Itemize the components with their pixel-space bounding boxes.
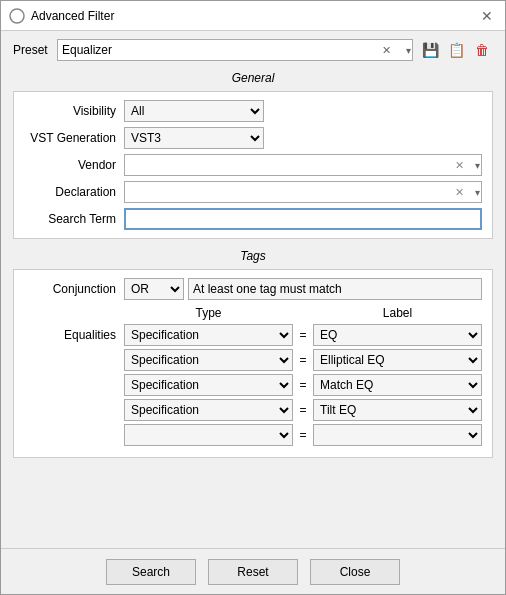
eq-type-select-3[interactable]: Specification Category: [124, 374, 293, 396]
vendor-dropdown-button[interactable]: ▾: [475, 160, 480, 171]
eq-equals-2: =: [293, 353, 313, 367]
preset-input[interactable]: [57, 39, 413, 61]
eq-type-select-4[interactable]: Specification Category: [124, 399, 293, 421]
declaration-dropdown-button[interactable]: ▾: [475, 187, 480, 198]
vendor-row: Vendor ✕ ▾: [24, 154, 482, 176]
preset-dropdown-button[interactable]: ▾: [406, 45, 411, 56]
footer: Search Reset Close: [1, 548, 505, 594]
eq-type-select-5[interactable]: Specification: [124, 424, 293, 446]
equalities-label: Equalities: [24, 328, 124, 342]
general-section: General Visibility All Visible Hidden VS…: [13, 71, 493, 239]
preset-clear-button[interactable]: ✕: [382, 44, 391, 57]
eq-type-select-2[interactable]: Specification Category: [124, 349, 293, 371]
eq-equals-1: =: [293, 328, 313, 342]
equality-row-4: Specification Category = EQ Elliptical E…: [24, 399, 482, 421]
equality-row-5: Specification =: [24, 424, 482, 446]
eq-value-select-1[interactable]: EQ Elliptical EQ Match EQ Tilt EQ: [313, 324, 482, 346]
vendor-input-wrap: ✕ ▾: [124, 154, 482, 176]
eq-value-select-3[interactable]: EQ Elliptical EQ Match EQ: [313, 374, 482, 396]
declaration-label: Declaration: [24, 185, 124, 199]
conjunction-description: At least one tag must match: [188, 278, 482, 300]
equalities-header: Type Label: [24, 306, 482, 320]
equalities-section: Type Label Equalities Specification Cate…: [24, 306, 482, 446]
eq-equals-5: =: [293, 428, 313, 442]
conjunction-row: Conjunction OR AND At least one tag must…: [24, 278, 482, 300]
eq-label-header: Label: [313, 306, 482, 320]
conjunction-select[interactable]: OR AND: [124, 278, 184, 300]
search-term-label: Search Term: [24, 212, 124, 226]
eq-equals-4: =: [293, 403, 313, 417]
app-icon: [9, 8, 25, 24]
search-term-row: Search Term: [24, 208, 482, 230]
delete-preset-button[interactable]: 🗑: [471, 39, 493, 61]
window-content: Preset ✕ ▾ 💾 📋 🗑 General Visibility All: [1, 31, 505, 548]
equality-row-1: Equalities Specification Category Style …: [24, 324, 482, 346]
eq-equals-3: =: [293, 378, 313, 392]
tags-form: Conjunction OR AND At least one tag must…: [13, 269, 493, 458]
declaration-input-wrap: ✕ ▾: [124, 181, 482, 203]
visibility-label: Visibility: [24, 104, 124, 118]
declaration-clear-button[interactable]: ✕: [455, 186, 464, 199]
vendor-label: Vendor: [24, 158, 124, 172]
vst-generation-row: VST Generation VST2 VST3: [24, 127, 482, 149]
visibility-row: Visibility All Visible Hidden: [24, 100, 482, 122]
reset-button[interactable]: Reset: [208, 559, 298, 585]
save-preset-button[interactable]: 💾: [419, 39, 441, 61]
window-title: Advanced Filter: [31, 9, 114, 23]
vst-generation-label: VST Generation: [24, 131, 124, 145]
tags-section-label: Tags: [13, 249, 493, 263]
eq-value-select-4[interactable]: EQ Elliptical EQ Match EQ Tilt EQ: [313, 399, 482, 421]
vst-generation-select[interactable]: VST2 VST3: [124, 127, 264, 149]
visibility-select[interactable]: All Visible Hidden: [124, 100, 264, 122]
window-close-button[interactable]: ✕: [477, 6, 497, 26]
titlebar: Advanced Filter ✕: [1, 1, 505, 31]
eq-value-select-5[interactable]: [313, 424, 482, 446]
copy-preset-button[interactable]: 📋: [445, 39, 467, 61]
tags-section: Tags Conjunction OR AND At least one tag…: [13, 249, 493, 458]
declaration-input[interactable]: [124, 181, 482, 203]
vendor-input[interactable]: [124, 154, 482, 176]
declaration-row: Declaration ✕ ▾: [24, 181, 482, 203]
eq-value-select-2[interactable]: EQ Elliptical EQ Match EQ: [313, 349, 482, 371]
general-form: Visibility All Visible Hidden VST Genera…: [13, 91, 493, 239]
close-button[interactable]: Close: [310, 559, 400, 585]
search-button[interactable]: Search: [106, 559, 196, 585]
preset-row: Preset ✕ ▾ 💾 📋 🗑: [13, 39, 493, 61]
eq-type-header: Type: [124, 306, 293, 320]
svg-point-0: [10, 9, 24, 23]
titlebar-left: Advanced Filter: [9, 8, 114, 24]
preset-toolbar: 💾 📋 🗑: [419, 39, 493, 61]
advanced-filter-window: Advanced Filter ✕ Preset ✕ ▾ 💾 📋 🗑 Gener…: [0, 0, 506, 595]
equality-row-2: Specification Category = EQ Elliptical E…: [24, 349, 482, 371]
conjunction-label: Conjunction: [24, 282, 124, 296]
eq-type-select-1[interactable]: Specification Category Style: [124, 324, 293, 346]
general-section-label: General: [13, 71, 493, 85]
equality-row-3: Specification Category = EQ Elliptical E…: [24, 374, 482, 396]
preset-label: Preset: [13, 43, 51, 57]
vendor-clear-button[interactable]: ✕: [455, 159, 464, 172]
preset-input-wrap: ✕ ▾: [57, 39, 413, 61]
search-term-input[interactable]: [124, 208, 482, 230]
